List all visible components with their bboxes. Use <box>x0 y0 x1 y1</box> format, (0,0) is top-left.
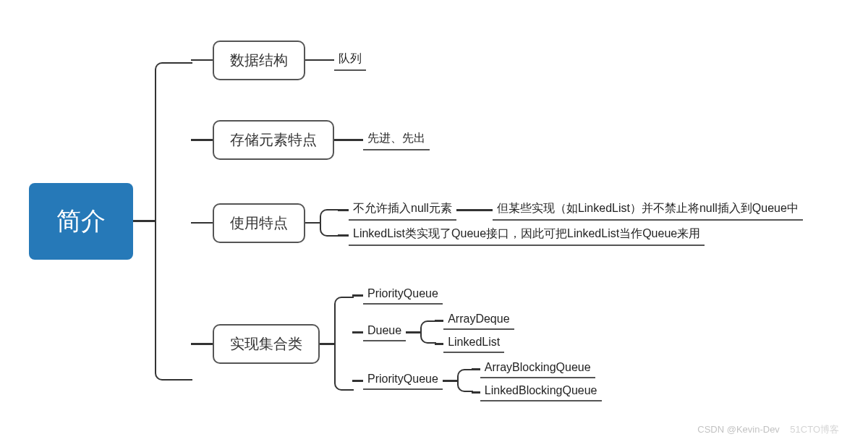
leaf-group: ArrayDeque LinkedList <box>435 311 514 353</box>
connector-line <box>338 209 349 211</box>
root-label: 简介 <box>56 207 106 234</box>
leaf-group: ArrayBlockingQueue LinkedBlockingQueue <box>472 360 602 401</box>
connector-line <box>334 139 363 141</box>
connector-line <box>305 222 320 224</box>
leaf-node: 但某些实现（如LinkedList）并不禁止将null插入到Queue中 <box>493 200 803 221</box>
watermark-label: 51CTO博客 <box>790 424 839 435</box>
child-node: PriorityQueue <box>363 371 443 390</box>
leaf-group: 不允许插入null元素 但某些实现（如LinkedList）并不禁止将null插… <box>338 200 803 246</box>
leaf-node: ArrayBlockingQueue <box>480 360 595 378</box>
connector-line <box>406 331 420 333</box>
connector-line <box>191 343 213 345</box>
branch-label: 数据结构 <box>230 52 288 68</box>
branch-list: 数据结构 队列 存储元素特点 先进、先出 使用特点 <box>191 41 803 402</box>
leaf-row: ArrayDeque <box>435 311 514 330</box>
connector-line <box>191 139 213 141</box>
leaf-node: LinkedList类实现了Queue接口，因此可把LinkedList当作Qu… <box>349 225 705 246</box>
branch-row: 数据结构 队列 <box>191 41 803 80</box>
connector-line <box>456 209 493 211</box>
branch-node: 数据结构 <box>213 41 305 80</box>
branch-node: 实现集合类 <box>213 324 320 364</box>
child-bracket <box>420 320 435 344</box>
branch-label: 存储元素特点 <box>230 132 317 148</box>
leaf-node: 先进、先出 <box>363 129 430 150</box>
branch-bracket <box>334 297 352 391</box>
connector-line <box>352 294 363 297</box>
root-bracket <box>155 62 191 381</box>
branch-label: 使用特点 <box>230 215 288 231</box>
connector-line <box>443 380 457 382</box>
branch-node: 使用特点 <box>213 203 305 243</box>
leaf-node: LinkedBlockingQueue <box>480 383 602 401</box>
connector-line <box>338 234 349 237</box>
watermark-text: CSDN @Kevin-Dev 51CTO博客 <box>697 423 839 436</box>
branch-row: 存储元素特点 先进、先出 <box>191 120 803 160</box>
leaf-row: LinkedList类实现了Queue接口，因此可把LinkedList当作Qu… <box>338 225 803 246</box>
branch-label: 实现集合类 <box>230 336 302 352</box>
leaf-node: 队列 <box>334 50 366 71</box>
mindmap-root-container: 简介 数据结构 队列 存储元素特点 先进、先出 使用特点 <box>29 14 839 428</box>
connector-line <box>305 59 334 61</box>
leaf-node: 不允许插入null元素 <box>349 200 456 221</box>
connector-line <box>320 343 334 345</box>
child-node: Dueue <box>363 323 406 341</box>
leaf-node: ArrayDeque <box>443 311 514 330</box>
branch-bracket <box>320 209 338 237</box>
connector-line <box>352 380 363 382</box>
leaf-row: ArrayBlockingQueue <box>472 360 602 378</box>
child-node: PriorityQueue <box>363 286 443 305</box>
leaf-row: LinkedBlockingQueue <box>472 383 602 401</box>
connector-line <box>191 59 213 61</box>
leaf-node: LinkedList <box>443 334 504 353</box>
branch-row: 使用特点 不允许插入null元素 但某些实现（如LinkedList）并不禁止将… <box>191 200 803 246</box>
branch-node: 存储元素特点 <box>213 120 334 160</box>
root-node: 简介 <box>29 183 133 260</box>
child-bracket <box>457 369 472 392</box>
connector-line <box>133 220 155 222</box>
connector-line <box>191 222 213 224</box>
child-list: PriorityQueue Dueue ArrayDeque <box>352 286 602 401</box>
child-row: Dueue ArrayDeque LinkedList <box>352 311 602 353</box>
watermark-label: CSDN @Kevin-Dev <box>697 424 780 435</box>
child-row: PriorityQueue <box>352 286 602 305</box>
leaf-row: LinkedList <box>435 334 514 353</box>
leaf-row: 不允许插入null元素 但某些实现（如LinkedList）并不禁止将null插… <box>338 200 803 221</box>
branch-row: 实现集合类 PriorityQueue Dueue <box>191 286 803 401</box>
connector-line <box>352 331 363 333</box>
child-row: PriorityQueue ArrayBlockingQueue LinkedB… <box>352 360 602 401</box>
